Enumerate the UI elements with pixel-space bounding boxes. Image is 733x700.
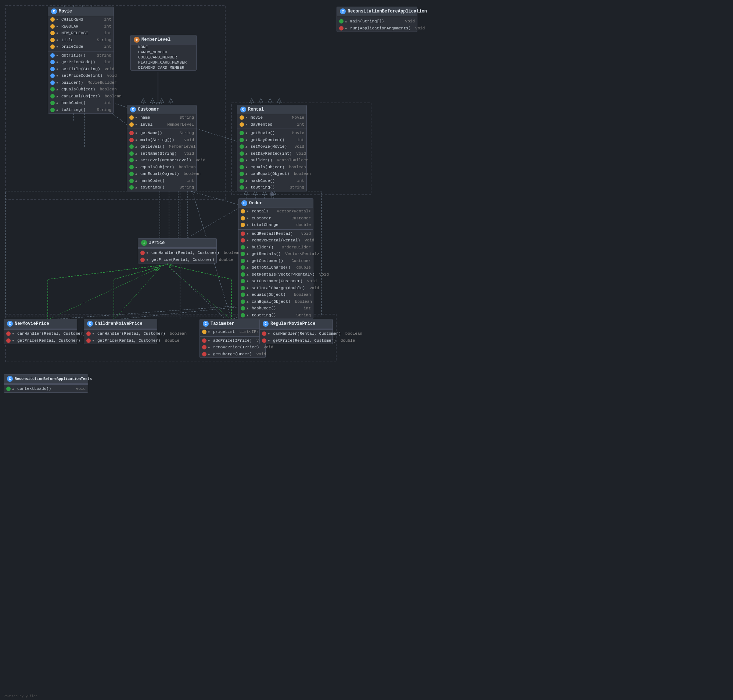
childrenmoiveprice-canhandler-icon bbox=[86, 331, 91, 336]
customer-header: C Customer bbox=[127, 105, 196, 114]
newmovieprice-class-icon: C bbox=[7, 321, 13, 326]
equals-method-icon bbox=[50, 87, 55, 91]
childrenmoiveprice-getprice-icon bbox=[86, 338, 91, 343]
customer-setlevel-row: ▲ setLevel(MemberLevel) void bbox=[127, 157, 196, 164]
order-settotalcharge-icon bbox=[241, 286, 245, 290]
movie-getpricecode-row: ● getPriceCode() int bbox=[48, 59, 113, 66]
childrens-field-icon bbox=[50, 17, 55, 22]
customer-level-row: ● level MemberLevel bbox=[127, 121, 196, 128]
order-tostring-icon bbox=[241, 313, 245, 318]
taximeter-removeprice-row: ● removePrice(IPrice) void bbox=[200, 344, 265, 351]
order-equals-row: ▲ equals(Object) boolean bbox=[238, 291, 313, 299]
customer-level-icon bbox=[129, 122, 134, 127]
newmovieprice-header: C NewMoviePrice bbox=[4, 319, 77, 328]
movie-title-row: ● title String bbox=[48, 37, 113, 44]
regularmovieprice-box: C RegularMoviePrice ● canHandler(Rental,… bbox=[259, 319, 333, 344]
newmovieprice-canhandler-row: ● canHandler(Rental, Customer) boolean bbox=[4, 330, 77, 337]
memberlevel-box: e MemberLevel NONE CARDM_MEMBER GOLD_CAR… bbox=[131, 35, 197, 71]
rental-equals-icon bbox=[239, 165, 244, 169]
customer-canequal-row: ▲ canEqual(Object) boolean bbox=[127, 171, 196, 178]
rental-dayrented-row: ● dayRented int bbox=[237, 121, 306, 128]
rental-getmovie-icon bbox=[239, 131, 244, 135]
customer-setname-row: ▲ setName(String) void bbox=[127, 150, 196, 157]
svg-line-15 bbox=[167, 265, 232, 279]
regular-field-icon bbox=[50, 24, 55, 29]
title-field-icon bbox=[50, 38, 55, 42]
taximeter-getcharge-icon bbox=[202, 352, 207, 356]
rental-getdayrented-row: ▲ getDayRented() int bbox=[237, 137, 306, 144]
order-title: Order bbox=[249, 201, 262, 206]
memberlevel-title: MemberLevel bbox=[141, 37, 170, 42]
reconsitution-box: C ReconsitutionBeforeApplication ▲ main(… bbox=[336, 7, 417, 32]
order-setrentals-row: ▲ setRentals(Vector<Rental>) void bbox=[238, 271, 313, 278]
svg-line-68 bbox=[114, 268, 160, 320]
memberlevel-platinum: PLATINUM_CARD_MEMBER bbox=[131, 60, 196, 65]
newmovieprice-title: NewMoviePrice bbox=[15, 321, 49, 326]
rental-hashcode-icon bbox=[239, 179, 244, 183]
order-totalcharge-row: ● totalCharge double bbox=[238, 222, 313, 229]
order-hashcode-icon bbox=[241, 306, 245, 310]
customer-class-icon: C bbox=[130, 107, 136, 112]
newmovieprice-getprice-icon bbox=[6, 338, 11, 343]
taximeter-addprice-icon bbox=[202, 338, 207, 343]
taximeter-title: Taximeter bbox=[210, 321, 234, 326]
powered-by-label: Powered by yFiles bbox=[4, 694, 37, 698]
regularmovieprice-title: RegularMoviePrice bbox=[270, 321, 315, 326]
svg-line-66 bbox=[48, 268, 158, 320]
movie-regular-row: ● REGULAR int bbox=[48, 23, 113, 30]
order-hashcode-row: ▲ hashCode() int bbox=[238, 305, 313, 312]
reconsitution-title: ReconsitutionBeforeApplication bbox=[348, 9, 427, 14]
regularmovieprice-canhandler-row: ● canHandler(Rental, Customer) boolean bbox=[260, 330, 332, 337]
iprice-class-icon: i bbox=[141, 240, 147, 246]
customer-name-icon bbox=[129, 115, 134, 120]
customer-setname-icon bbox=[129, 151, 134, 156]
iprice-canhandler-row: ● canHandler(Rental, Customer) boolean bbox=[138, 250, 216, 256]
customer-getlevel-row: ▲ getLevel() MemberLevel bbox=[127, 143, 196, 150]
svg-marker-26 bbox=[269, 191, 275, 197]
svg-marker-41 bbox=[169, 99, 173, 103]
iprice-box: i IPrice ● canHandler(Rental, Customer) … bbox=[138, 238, 217, 263]
order-builder-row: ▲ builder() OrderBuilder bbox=[238, 244, 313, 251]
svg-marker-67 bbox=[154, 267, 158, 271]
newmovieprice-getprice-row: ● getPrice(Rental, Customer) double bbox=[4, 337, 77, 344]
rental-dayrented-icon bbox=[239, 122, 244, 127]
reconsitution-tests-box: C ReconsitutionBeforeApplicationTests ▲ … bbox=[4, 374, 88, 393]
regularmovieprice-class-icon: C bbox=[263, 321, 269, 326]
rental-box: C Rental ● movie Movie ● dayRented int ▲… bbox=[237, 105, 307, 191]
movie-setpricecode-row: ● setPriceCode(int) void bbox=[48, 72, 113, 79]
customer-getlevel-icon bbox=[129, 144, 134, 149]
newmovieprice-canhandler-icon bbox=[6, 331, 11, 336]
newrelease-field-icon bbox=[50, 31, 55, 35]
childrenmoiveprice-title: ChildrenMoivePrice bbox=[95, 321, 142, 326]
rental-class-icon: C bbox=[240, 107, 246, 112]
iprice-title: IPrice bbox=[149, 240, 165, 246]
movie-equals-row: ▲ equals(Object) boolean bbox=[48, 86, 113, 93]
childrenmoiveprice-header: C ChildrenMoivePrice bbox=[84, 319, 157, 328]
memberlevel-header: e MemberLevel bbox=[131, 35, 196, 44]
iprice-getprice-icon bbox=[140, 257, 145, 262]
rental-setmovie-row: ▲ setMovie(Movie) void bbox=[237, 143, 306, 150]
customer-getname-icon bbox=[129, 131, 134, 135]
svg-line-13 bbox=[114, 265, 167, 279]
reconsitution-main-icon bbox=[339, 19, 344, 24]
order-rentals-icon bbox=[241, 209, 245, 213]
memberlevel-gold: GOLD_CARD_MEMBER bbox=[131, 55, 196, 60]
childrenmoiveprice-class-icon: C bbox=[87, 321, 93, 326]
diagram-container: C Movie ● CHILDRENS int ● REGULAR int ● … bbox=[0, 0, 733, 700]
customer-main-icon bbox=[129, 138, 134, 142]
iprice-header: i IPrice bbox=[138, 238, 216, 248]
pricecode-field-icon bbox=[50, 44, 55, 49]
order-class-icon: C bbox=[241, 200, 247, 206]
reconsitution-header: C ReconsitutionBeforeApplication bbox=[337, 7, 417, 16]
svg-marker-35 bbox=[141, 99, 145, 103]
movie-box: C Movie ● CHILDRENS int ● REGULAR int ● … bbox=[48, 7, 114, 113]
rental-header: C Rental bbox=[237, 105, 306, 114]
svg-line-70 bbox=[170, 268, 232, 320]
svg-marker-49 bbox=[277, 99, 281, 103]
rental-canequal-icon bbox=[239, 172, 244, 176]
taximeter-getcharge-row: ● getCharge(Order) void bbox=[200, 351, 265, 358]
order-removerental-icon bbox=[241, 238, 245, 243]
regularmovieprice-header: C RegularMoviePrice bbox=[260, 319, 332, 328]
customer-equals-row: ▲ equals(Object) boolean bbox=[127, 164, 196, 171]
order-getrentals-icon bbox=[241, 252, 245, 256]
